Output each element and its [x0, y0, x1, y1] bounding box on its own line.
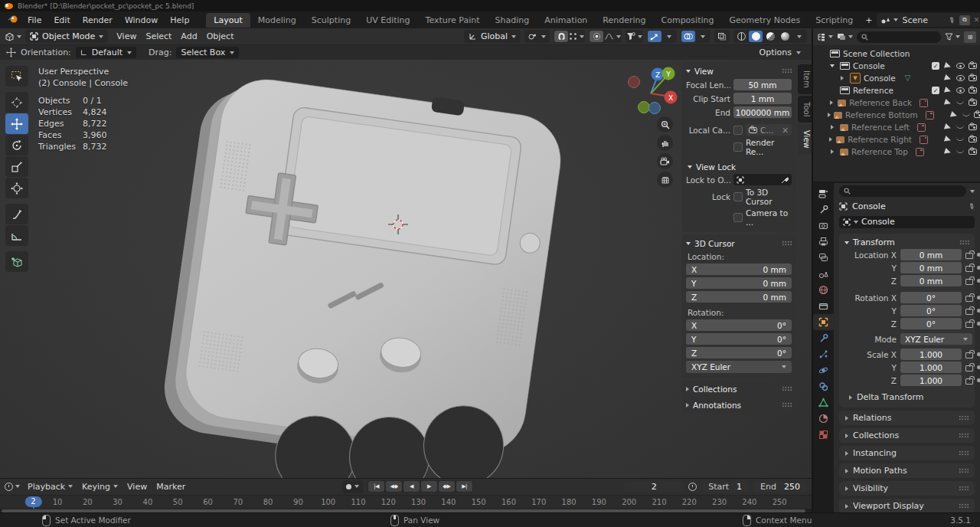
mode-dropdown[interactable]: Object Mode	[25, 30, 108, 43]
panel-collections[interactable]: Collections	[839, 428, 975, 443]
panel-visibility[interactable]: Visibility	[839, 481, 975, 496]
gizmos-dropdown[interactable]	[662, 31, 676, 42]
properties-tab-physics[interactable]	[813, 362, 834, 378]
field-focal-len-[interactable]: 50 mm	[733, 79, 792, 90]
workspace-tab-scripting[interactable]: Scripting	[808, 13, 861, 28]
timeline-menu-playback[interactable]: Playback	[23, 481, 77, 493]
cursor-panel-header[interactable]: 3D Cursor	[686, 237, 792, 249]
properties-tab-data[interactable]	[813, 394, 834, 411]
outliner-item-name[interactable]: Reference	[853, 86, 893, 95]
transform-panel-header[interactable]: Transform	[844, 237, 969, 248]
xray-toggle[interactable]	[715, 31, 729, 42]
properties-tab-world[interactable]	[813, 282, 834, 298]
jump-to-start-button[interactable]: |◀	[368, 481, 384, 492]
outliner-editor-icon[interactable]	[817, 33, 833, 41]
expand-caret[interactable]	[828, 125, 837, 129]
properties-tab-render[interactable]	[813, 218, 834, 234]
outliner-row-reference-top[interactable]: Reference Top	[813, 146, 980, 158]
play-button[interactable]: ▶	[421, 481, 437, 492]
hide-viewport-icon[interactable]	[956, 126, 965, 129]
visibility-eye-icon[interactable]	[956, 63, 965, 69]
properties-tab-tool[interactable]	[813, 201, 834, 218]
jump-to-end-button[interactable]: ▶|	[456, 481, 472, 492]
panel-annotations[interactable]: Annotations	[681, 397, 796, 413]
lock-icon[interactable]	[965, 296, 973, 302]
panel-viewport-display[interactable]: Viewport Display	[839, 499, 975, 513]
render-region-checkbox[interactable]	[733, 142, 743, 152]
pan-button[interactable]	[657, 135, 673, 151]
local-camera-checkbox[interactable]	[733, 126, 743, 135]
render-camera-icon[interactable]	[968, 63, 977, 69]
panel-grip[interactable]	[782, 68, 792, 74]
timeline-editor-icon[interactable]	[5, 483, 20, 491]
render-camera-icon[interactable]	[968, 100, 977, 106]
timeline-menu-keying[interactable]: Keying	[77, 481, 122, 493]
scene-selector[interactable]: Scene ✎ ⧉ ✕	[877, 13, 980, 27]
workspace-tab-geometry-nodes[interactable]: Geometry Nodes	[721, 13, 808, 28]
zoom-button[interactable]	[657, 116, 673, 133]
camera-to-view-checkbox[interactable]	[733, 213, 743, 222]
outliner-row-reference-bottom[interactable]: Reference Bottom	[813, 109, 980, 121]
sidebar-tab-view[interactable]: View	[798, 124, 812, 155]
expand-caret[interactable]	[828, 137, 833, 142]
properties-options-dropdown[interactable]	[970, 190, 975, 193]
tool-annotate-button[interactable]	[5, 204, 28, 224]
transform-scale-x-field[interactable]: 1.000	[900, 349, 962, 360]
render-camera-icon[interactable]	[968, 75, 977, 81]
transform-rotation-x-field[interactable]: 0°	[900, 292, 962, 303]
expand-caret[interactable]	[828, 113, 831, 117]
lock-icon[interactable]	[965, 352, 973, 358]
properties-tab-collection[interactable]	[813, 298, 834, 314]
transform-y-field[interactable]: 0°	[900, 305, 962, 316]
tool-transform-button[interactable]	[5, 178, 28, 198]
outliner-item-name[interactable]: Reference Right	[848, 135, 912, 144]
visibility-eye-icon[interactable]	[956, 87, 965, 93]
panel-motion-paths[interactable]: Motion Paths	[839, 463, 975, 478]
auto-keying-button[interactable]	[342, 480, 363, 493]
properties-tab-texture[interactable]	[813, 427, 834, 443]
expand-caret[interactable]	[828, 100, 835, 105]
collection-checkbox[interactable]: ✓	[931, 87, 940, 94]
timeline-menu-view[interactable]: View	[122, 481, 152, 493]
editor-type-icon[interactable]	[5, 32, 21, 41]
outliner-row-reference-back[interactable]: Reference Back	[813, 97, 980, 109]
cursor-rotation-z[interactable]: Z0°	[686, 347, 792, 358]
orientation-dropdown[interactable]: Global	[464, 30, 521, 43]
render-camera-icon[interactable]	[968, 124, 977, 130]
lock-to-object-field[interactable]	[733, 174, 792, 185]
prev-keyframe-button[interactable]: ◀◆	[386, 481, 402, 492]
properties-tab-material[interactable]	[813, 411, 834, 427]
lock-icon[interactable]	[965, 253, 973, 259]
properties-tab-output[interactable]	[813, 234, 834, 250]
proportional-edit-toggle[interactable]	[590, 31, 603, 42]
play-reverse-button[interactable]: ◀	[403, 481, 420, 492]
snap-target-dropdown[interactable]	[569, 31, 584, 42]
workspace-tab-sculpting[interactable]: Sculpting	[304, 13, 358, 28]
cursor-rotation-x[interactable]: X0°	[686, 319, 792, 331]
tool-rotate-button[interactable]	[5, 135, 28, 155]
workspace-tab-compositing[interactable]: Compositing	[654, 13, 722, 28]
selectable-icon[interactable]	[943, 100, 952, 106]
panel-instancing[interactable]: Instancing	[839, 446, 975, 460]
falloff-dropdown[interactable]	[604, 31, 621, 42]
properties-tab-viewlayer[interactable]	[813, 250, 834, 266]
animate-dot[interactable]	[977, 322, 980, 326]
cursor-location-y[interactable]: Y0 mm	[686, 277, 792, 289]
snap-toggle[interactable]	[554, 31, 568, 42]
selectable-icon[interactable]	[943, 124, 952, 130]
render-camera-icon[interactable]	[968, 149, 977, 155]
clear-icon[interactable]: ✕	[782, 126, 789, 135]
workspace-tab-animation[interactable]: Animation	[537, 13, 595, 28]
outliner-item-name[interactable]: Scene Collection	[843, 49, 910, 58]
playhead-line[interactable]	[33, 506, 34, 509]
outliner-row-scene-collection[interactable]: Scene Collection	[813, 47, 980, 60]
render-camera-icon[interactable]	[968, 87, 977, 93]
outliner-row-console[interactable]: Console✓	[813, 60, 980, 72]
transform-z-field[interactable]: 0°	[900, 318, 962, 329]
menu-window[interactable]: Window	[119, 14, 164, 27]
filter-dropdown[interactable]	[945, 33, 960, 41]
tool-add-cube-button[interactable]	[5, 251, 28, 272]
rotation-mode-dropdown[interactable]: XYZ Euler	[900, 333, 972, 345]
outliner-item-name[interactable]: Console	[853, 61, 885, 70]
display-mode-dropdown[interactable]	[837, 33, 853, 41]
